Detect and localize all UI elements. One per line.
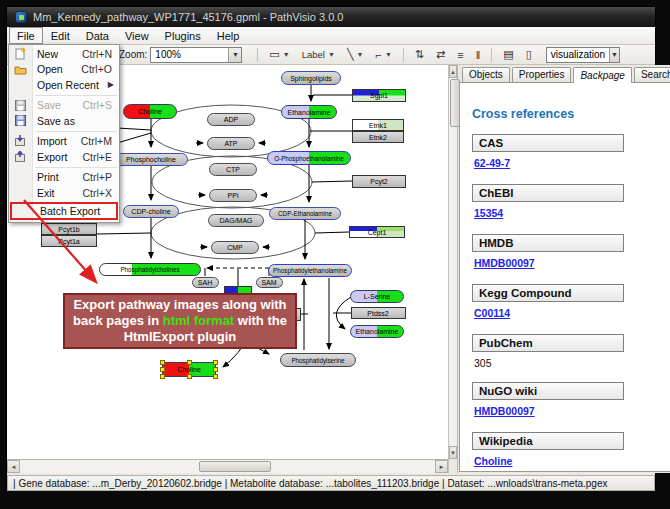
node-label: Phosphatidylserine bbox=[291, 357, 344, 364]
selection-handle[interactable] bbox=[187, 374, 192, 379]
file-menu-item-new[interactable]: NewCtrl+N bbox=[9, 46, 119, 62]
node-ethanolamine[interactable]: Ethanolamine bbox=[350, 325, 404, 338]
canvas-horizontal-scrollbar[interactable]: ◄ ► bbox=[7, 459, 448, 473]
tab-backpage[interactable]: Backpage bbox=[573, 67, 631, 83]
node-etnk2[interactable]: Etnk2 bbox=[352, 131, 404, 143]
align-vertical-center-icon: ⇅ bbox=[415, 48, 424, 61]
common-width-button[interactable]: ▤ bbox=[498, 46, 518, 64]
tab-properties[interactable]: Properties bbox=[512, 67, 572, 82]
node-dag-mag[interactable]: DAG/MAG bbox=[208, 214, 264, 227]
file-menu-item-export[interactable]: ExportCtrl+E bbox=[9, 149, 119, 165]
status-bar: | Gene database: ...m_Derby_20120602.bri… bbox=[7, 475, 655, 491]
selection-handle[interactable] bbox=[213, 374, 218, 379]
align-horizontal-center-button[interactable]: ⇄ bbox=[431, 46, 450, 64]
scroll-left-icon[interactable]: ◄ bbox=[7, 460, 20, 473]
node-phosphatidylcholines[interactable]: Phosphatidylcholines bbox=[99, 263, 201, 276]
connector-tool-button[interactable]: ⌐▼ bbox=[370, 46, 396, 64]
cross-reference-value: 305 bbox=[474, 357, 670, 369]
app-icon bbox=[15, 11, 27, 23]
selection-handle[interactable] bbox=[160, 367, 165, 372]
node-choline[interactable]: Choline bbox=[162, 362, 216, 377]
node-cmp[interactable]: CMP bbox=[211, 241, 259, 254]
scroll-down-icon[interactable]: ▼ bbox=[449, 446, 457, 459]
zoom-combobox[interactable]: 100% ▼ bbox=[150, 47, 242, 63]
visualization-combobox[interactable]: visualization ▼ bbox=[546, 47, 620, 63]
scroll-up-icon[interactable]: ▲ bbox=[449, 65, 457, 78]
menu-plugins[interactable]: Plugins bbox=[157, 27, 209, 44]
node-ppi[interactable]: PPi bbox=[209, 189, 257, 202]
node-ctp[interactable]: CTP bbox=[209, 163, 257, 176]
cross-reference-link[interactable]: HMDB00097 bbox=[474, 405, 535, 417]
file-menu-item-batch-export[interactable]: Batch Export bbox=[10, 202, 118, 220]
menu-help[interactable]: Help bbox=[209, 27, 248, 44]
tab-objects[interactable]: Objects bbox=[462, 67, 510, 82]
cross-reference-link[interactable]: 62-49-7 bbox=[474, 157, 510, 169]
selection-handle[interactable] bbox=[213, 367, 218, 372]
node-sphingolipids[interactable]: Sphingolipids bbox=[281, 71, 341, 85]
node-cept1[interactable]: Cept1 bbox=[349, 226, 405, 238]
node-label: Choline bbox=[177, 366, 201, 373]
node-ptdss2[interactable]: Ptdss2 bbox=[351, 307, 406, 319]
file-menu-item-import[interactable]: ImportCtrl+M bbox=[9, 134, 119, 150]
menu-data[interactable]: Data bbox=[78, 27, 117, 44]
menu-edit[interactable]: Edit bbox=[43, 27, 78, 44]
node-sam[interactable]: SAM bbox=[256, 277, 283, 288]
file-menu-item-save-as[interactable]: Save as bbox=[9, 113, 119, 129]
menu-view[interactable]: View bbox=[117, 27, 157, 44]
node-pcyt2[interactable]: Pcyt2 bbox=[352, 175, 406, 188]
file-menu-item-exit[interactable]: ExitCtrl+X bbox=[9, 185, 119, 201]
selection-handle[interactable] bbox=[160, 360, 165, 365]
titlebar[interactable]: Mm_Kennedy_pathway_WP1771_45176.gpml - P… bbox=[7, 7, 655, 27]
horizontal-scroll-thumb[interactable] bbox=[199, 461, 271, 472]
line-tool-button[interactable]: ╲▼ bbox=[342, 46, 369, 64]
common-height-button[interactable]: ▯ bbox=[521, 46, 537, 64]
node-phosphatidylserine[interactable]: Phosphatidylserine bbox=[280, 353, 356, 367]
canvas-vertical-scrollbar[interactable]: ▲ ▼ bbox=[449, 65, 457, 459]
file-menu-item-save[interactable]: SaveCtrl+S bbox=[9, 98, 119, 114]
menu-separator bbox=[35, 131, 117, 132]
datanode-tool-button[interactable]: ▭▼ bbox=[264, 46, 294, 64]
node-cdp-ethanolamine[interactable]: CDP-Ethanolamine bbox=[269, 207, 341, 220]
tab-search[interactable]: Search bbox=[634, 67, 670, 82]
stack-vertical-button[interactable]: ≡ bbox=[452, 46, 468, 64]
align-horizontal-center-icon: ⇄ bbox=[436, 48, 445, 61]
export-icon bbox=[9, 151, 31, 163]
menu-item-shortcut: Ctrl+P bbox=[83, 171, 119, 183]
node-sah[interactable]: SAH bbox=[192, 277, 219, 288]
node-etnk1[interactable]: Etnk1 bbox=[352, 119, 404, 131]
file-menu-item-print[interactable]: PrintCtrl+P bbox=[9, 170, 119, 186]
vertical-scroll-thumb[interactable] bbox=[450, 79, 460, 127]
cross-reference-link[interactable]: Choline bbox=[474, 455, 513, 467]
node-adp[interactable]: ADP bbox=[207, 113, 255, 126]
chevron-down-icon[interactable]: ▼ bbox=[609, 48, 619, 62]
file-menu-item-open-recent[interactable]: Open Recent▶ bbox=[9, 77, 119, 93]
node-sgpl1[interactable]: Sgpl1 bbox=[352, 89, 406, 102]
node-l-serine[interactable]: L-Serine bbox=[350, 290, 404, 303]
node-atp[interactable]: ATP bbox=[207, 137, 255, 150]
selection-handle[interactable] bbox=[187, 360, 192, 365]
node-pcyt1b[interactable]: Pcyt1b bbox=[41, 223, 97, 235]
scroll-right-icon[interactable]: ► bbox=[435, 460, 448, 473]
node-label: Ethanolamine bbox=[288, 109, 331, 116]
label-tool-button[interactable]: Label▼ bbox=[297, 46, 340, 64]
annotation-callout: Export pathway images along with back pa… bbox=[63, 293, 297, 349]
node-cdp-choline[interactable]: CDP-choline bbox=[123, 205, 179, 218]
menu-file[interactable]: File bbox=[9, 27, 43, 44]
cross-reference-link[interactable]: 15354 bbox=[474, 207, 503, 219]
stack-horizontal-button[interactable]: ‖ bbox=[471, 46, 486, 64]
chevron-down-icon[interactable]: ▼ bbox=[228, 48, 241, 62]
node-o-phosphoethanolamine[interactable]: O-Phosphoethanolamine bbox=[267, 151, 351, 165]
file-menu-item-open[interactable]: OpenCtrl+O bbox=[9, 62, 119, 78]
node-pcyt1a[interactable]: Pcyt1a bbox=[41, 235, 97, 247]
cross-reference-link[interactable]: C00114 bbox=[474, 307, 510, 319]
node-phosphatidylethanolamine[interactable]: Phosphatidylethanolamine bbox=[268, 264, 352, 277]
node-ethanolamine[interactable]: Ethanolamine bbox=[281, 105, 337, 119]
section-title: CAS bbox=[472, 134, 624, 152]
selection-handle[interactable] bbox=[213, 360, 218, 365]
align-vertical-center-button[interactable]: ⇅ bbox=[410, 46, 429, 64]
chevron-down-icon: ▼ bbox=[328, 51, 335, 58]
node-phosphocholine[interactable]: Phosphocholine bbox=[114, 153, 188, 166]
node-choline[interactable]: Choline bbox=[123, 104, 177, 119]
cross-reference-link[interactable]: HMDB00097 bbox=[474, 257, 535, 269]
selection-handle[interactable] bbox=[160, 374, 165, 379]
